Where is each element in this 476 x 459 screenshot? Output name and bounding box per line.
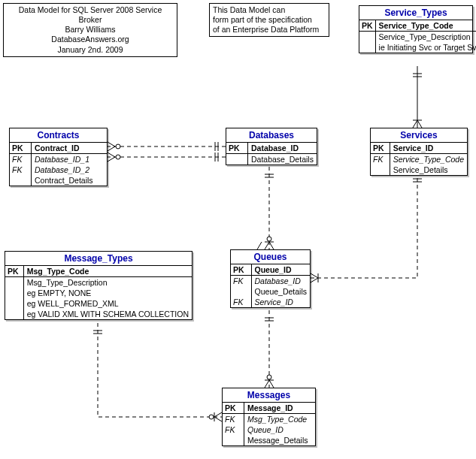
svg-line-46 xyxy=(214,417,222,421)
key-cell: FK xyxy=(10,154,32,165)
entity-services: Services PKService_IDFKService_Type_Code… xyxy=(370,128,468,176)
svg-line-33 xyxy=(277,242,281,249)
note-line3: of an Enterprise Data Platform xyxy=(213,25,326,35)
key-cell xyxy=(5,288,23,298)
key-cell xyxy=(5,309,23,319)
svg-line-31 xyxy=(259,242,263,249)
entity-rows: PKContract_IDFKDatabase_ID_1FKDatabase_I… xyxy=(10,143,107,186)
header-line2: Barry Williams xyxy=(7,25,174,35)
entity-title: Databases xyxy=(226,128,317,143)
attr-cell: Database_ID xyxy=(248,143,317,154)
key-cell: FK xyxy=(371,154,390,165)
key-cell xyxy=(359,32,375,43)
rel-databases-contracts xyxy=(108,146,226,157)
svg-point-43 xyxy=(209,415,214,419)
attr-cell: Message_ID xyxy=(244,403,316,414)
key-cell: PK xyxy=(231,264,251,276)
attr-cell: Database_Details xyxy=(248,154,317,165)
svg-line-45 xyxy=(214,412,222,417)
entity-title: Message_Types xyxy=(5,252,192,266)
entity-rows: PKQueue_IDFKDatabase_IDQueue_DetailsFKSe… xyxy=(231,264,310,307)
svg-point-37 xyxy=(267,375,271,379)
entity-contracts: Contracts PKContract_IDFKDatabase_ID_1FK… xyxy=(9,128,108,186)
attr-cell: Database_ID_1 xyxy=(32,154,108,165)
svg-line-10 xyxy=(311,278,318,282)
key-cell: PK xyxy=(226,143,248,154)
attr-cell: eg EMPTY, NONE xyxy=(23,288,192,298)
rel-services-queues xyxy=(311,171,417,278)
attr-cell: Service_Details xyxy=(390,165,467,175)
entity-messages: Messages PKMessage_IDFKMsg_Type_CodeFKQu… xyxy=(222,388,316,446)
entity-message-types: Message_Types PKMsg_Type_CodeMsg_Type_De… xyxy=(5,251,193,320)
svg-line-4 xyxy=(413,120,417,128)
svg-line-18 xyxy=(108,142,115,146)
svg-point-20 xyxy=(116,155,120,159)
attr-cell: eg WELL_FORMED_XML xyxy=(23,298,192,309)
attr-cell: Service_ID xyxy=(251,297,310,307)
key-cell: PK xyxy=(10,143,32,154)
attr-cell: Message_Details xyxy=(244,435,316,445)
entity-service-types: Service_Types PKService_Type_CodeService… xyxy=(359,5,473,53)
entity-rows: PKMsg_Type_CodeMsg_Type_Descriptioneg EM… xyxy=(5,266,192,319)
header-line3: DatabaseAnswers.org xyxy=(7,35,174,44)
key-cell xyxy=(226,154,248,165)
entity-rows: PKService_IDFKService_Type_CodeService_D… xyxy=(371,143,467,175)
key-cell: FK xyxy=(223,414,244,425)
note-box: This Data Model can form part of the spe… xyxy=(209,3,329,37)
attr-cell: eg VALID XML WITH SCHEMA COLLECTION xyxy=(23,309,192,319)
entity-title: Service_Types xyxy=(359,6,472,20)
entity-rows: PKDatabase_IDDatabase_Details xyxy=(226,143,317,165)
entity-rows: PKMessage_IDFKMsg_Type_CodeFKQueue_IDMes… xyxy=(223,403,315,445)
header-info-box: Data Model for SQL Server 2008 Service B… xyxy=(3,3,177,57)
attr-cell: Queue_ID xyxy=(244,424,316,435)
svg-point-17 xyxy=(116,144,120,149)
svg-line-32 xyxy=(257,242,262,249)
key-cell xyxy=(371,165,390,175)
attr-cell: Service_Type_Code xyxy=(390,154,467,165)
svg-line-22 xyxy=(108,157,115,162)
key-cell xyxy=(5,298,23,309)
svg-line-21 xyxy=(108,152,115,157)
attr-cell: Database_ID_2 xyxy=(32,165,108,175)
svg-line-9 xyxy=(311,273,318,278)
key-cell: FK xyxy=(223,424,244,435)
key-cell: FK xyxy=(10,165,32,175)
note-line1: This Data Model can xyxy=(213,5,326,15)
svg-line-19 xyxy=(108,146,115,151)
key-cell xyxy=(231,286,251,297)
attr-cell: Msg_Type_Code xyxy=(23,266,192,277)
attr-cell: Service_Type_Code xyxy=(375,20,476,32)
key-cell xyxy=(359,42,375,53)
attr-cell: Queue_ID xyxy=(251,264,310,276)
entity-queues: Queues PKQueue_IDFKDatabase_IDQueue_Deta… xyxy=(230,249,311,308)
attr-cell: Msg_Type_Code xyxy=(244,414,316,425)
attr-cell: Service_ID xyxy=(390,143,467,154)
svg-line-29 xyxy=(269,242,274,249)
note-line2: form part of the specification xyxy=(213,15,326,25)
entity-title: Services xyxy=(371,128,467,143)
key-cell: PK xyxy=(223,403,244,414)
svg-line-39 xyxy=(265,380,269,388)
attr-cell: Queue_Details xyxy=(251,286,310,297)
key-cell: PK xyxy=(371,143,390,154)
attr-cell: Msg_Type_Description xyxy=(23,277,192,288)
key-cell xyxy=(5,277,23,288)
key-cell: FK xyxy=(231,276,251,287)
key-cell: FK xyxy=(231,297,251,307)
entity-databases: Databases PKDatabase_IDDatabase_Details xyxy=(226,128,317,165)
attr-cell: Contract_ID xyxy=(32,143,108,154)
rel-msgtypes-messages xyxy=(98,323,222,417)
attr-cell: Contract_Details xyxy=(32,175,108,186)
entity-title: Messages xyxy=(223,388,315,403)
entity-title: Queues xyxy=(231,250,310,264)
attr-cell: Service_Type_Description xyxy=(375,32,476,43)
svg-line-28 xyxy=(265,242,269,249)
key-cell xyxy=(10,175,32,186)
header-line4: January 2nd. 2009 xyxy=(7,45,174,55)
header-line1: Data Model for SQL Server 2008 Service B… xyxy=(7,5,174,25)
key-cell: PK xyxy=(359,20,375,32)
entity-title: Contracts xyxy=(10,128,107,143)
svg-line-40 xyxy=(269,380,274,388)
attr-cell: ie Initiating Svc or Target Svc xyxy=(375,42,476,53)
attr-cell: Database_ID xyxy=(251,276,310,287)
